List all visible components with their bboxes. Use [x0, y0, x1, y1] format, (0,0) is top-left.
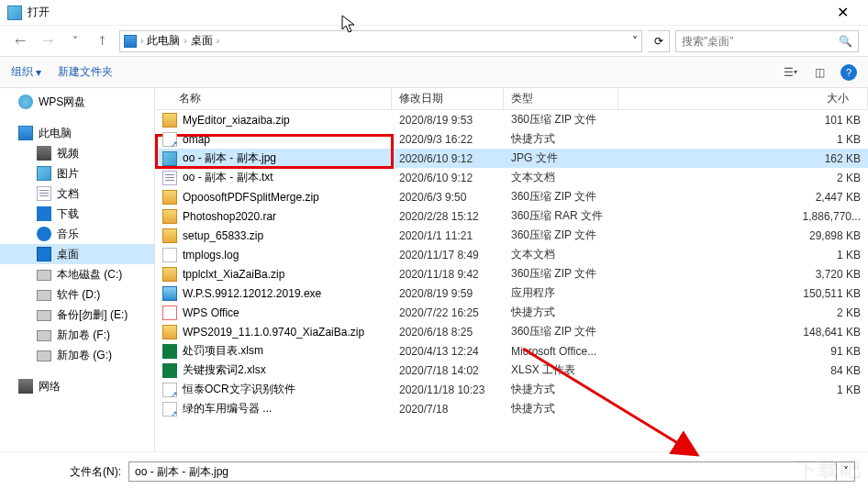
sidebar-item[interactable]: 软件 (D:) [0, 284, 154, 305]
col-size[interactable]: 大小 [618, 88, 868, 109]
file-row[interactable]: tpplclxt_XiaZaiBa.zip2020/11/18 9:42360压… [155, 264, 868, 283]
search-icon[interactable]: 🔍 [839, 35, 852, 48]
crumb-desktop[interactable]: 桌面 [191, 33, 213, 49]
sidebar-item-label: 图片 [57, 166, 79, 182]
file-date: 2020/7/18 14:02 [392, 364, 504, 377]
file-name: WPS Office [183, 306, 239, 319]
ic-img-icon [37, 166, 51, 181]
file-icon [162, 209, 177, 224]
sidebar-item[interactable]: 图片 [0, 163, 154, 183]
col-date[interactable]: 修改日期 [392, 88, 504, 109]
file-row[interactable]: 处罚项目表.xlsm2020/4/13 12:24Microsoft Offic… [155, 341, 868, 361]
ic-download-icon [37, 206, 51, 221]
sidebar-item[interactable]: WPS网盘 [0, 92, 154, 112]
chevron-right-icon: › [217, 36, 219, 46]
file-size: 1 KB [618, 383, 868, 396]
crumb-this-pc[interactable]: 此电脑 [147, 33, 180, 49]
file-type: 快捷方式 [504, 401, 618, 417]
ic-txt-icon [37, 186, 51, 201]
file-size: 1 KB [618, 249, 868, 261]
preview-pane-button[interactable]: ◫ [811, 64, 828, 81]
search-box[interactable]: 🔍 [675, 30, 859, 52]
file-row[interactable]: WPS2019_11.1.0.9740_XiaZaiBa.zip2020/6/1… [155, 322, 868, 341]
file-date: 2020/4/13 12:24 [392, 345, 504, 358]
file-type: 文本文档 [504, 170, 618, 185]
file-row[interactable]: 恒泰OCR文字识别软件2020/11/18 10:23快捷方式1 KB [155, 380, 868, 399]
sidebar-item-label: 音乐 [57, 227, 79, 242]
col-name[interactable]: 名称 [155, 88, 392, 109]
file-icon [162, 151, 177, 166]
ic-disk-icon [37, 290, 51, 301]
sidebar-item[interactable]: 本地磁盘 (C:) [0, 264, 154, 284]
sidebar-item[interactable]: 音乐 [0, 224, 154, 244]
file-type: 快捷方式 [504, 382, 618, 397]
sidebar-item-label: 新加卷 (G:) [57, 348, 112, 363]
search-input[interactable] [682, 35, 839, 48]
file-row[interactable]: WPS Office2020/7/22 16:25快捷方式2 KB [155, 303, 868, 322]
file-date: 2020/2/28 15:12 [392, 210, 504, 223]
file-type: Microsoft Office... [504, 345, 618, 358]
organize-menu[interactable]: 组织▾ [11, 64, 41, 80]
file-row[interactable]: 绿的车用编号器 ...2020/7/18快捷方式 [155, 399, 868, 418]
file-name: tmplogs.log [183, 249, 239, 261]
up-button[interactable]: 🡑 [92, 30, 114, 52]
file-row[interactable]: oo - 副本 - 副本.txt2020/6/10 9:12文本文档2 KB [155, 168, 868, 187]
file-row[interactable]: tmplogs.log2020/11/17 8:49文本文档1 KB [155, 245, 868, 264]
pc-icon [124, 35, 137, 48]
file-type: 360压缩 ZIP 文件 [504, 266, 618, 282]
ic-disk-icon [37, 330, 51, 341]
recent-dropdown[interactable]: ˅ [64, 30, 86, 52]
file-date: 2020/11/18 10:23 [392, 383, 504, 396]
file-date: 2020/11/17 8:49 [392, 249, 504, 261]
file-type: JPG 文件 [504, 150, 618, 166]
breadcrumb[interactable]: › 此电脑 › 桌面 › ˅ [119, 30, 642, 52]
sidebar-item[interactable]: 新加卷 (F:) [0, 325, 154, 345]
file-row[interactable]: OpoosoftPDFSplitMerge.zip2020/6/3 9:5036… [155, 187, 868, 206]
sidebar-item-label: 新加卷 (F:) [57, 328, 110, 343]
file-size: 2,447 KB [618, 191, 868, 204]
file-name: tpplclxt_XiaZaiBa.zip [183, 268, 284, 281]
sidebar-item[interactable]: 桌面 [0, 244, 154, 264]
close-button[interactable]: ✕ [824, 4, 861, 21]
sidebar-item-label: 此电脑 [39, 126, 72, 141]
col-type[interactable]: 类型 [504, 88, 618, 109]
sidebar-item[interactable]: 文档 [0, 183, 154, 204]
filename-input[interactable] [128, 461, 837, 482]
filename-label: 文件名(N): [13, 464, 121, 480]
ic-video-icon [37, 146, 51, 161]
file-date: 2020/6/3 9:50 [392, 191, 504, 204]
file-row[interactable]: oo - 副本 - 副本.jpg2020/6/10 9:12JPG 文件162 … [155, 149, 868, 168]
file-row[interactable]: omap2020/9/3 16:22快捷方式1 KB [155, 129, 868, 149]
sidebar-item[interactable]: 下载 [0, 204, 154, 224]
refresh-button[interactable]: ⟳ [648, 30, 670, 52]
file-row[interactable]: Photoshop2020.rar2020/2/28 15:12360压缩 RA… [155, 206, 868, 226]
help-button[interactable]: ? [840, 64, 857, 81]
filename-dropdown[interactable]: ˅ [837, 461, 855, 482]
file-size: 162 KB [618, 152, 868, 165]
file-row[interactable]: 关键搜索词2.xlsx2020/7/18 14:02XLSX 工作表84 KB [155, 361, 868, 380]
file-row[interactable]: setup_65833.zip2020/1/1 11:21360压缩 ZIP 文… [155, 226, 868, 245]
sidebar: WPS网盘此电脑视频图片文档下载音乐桌面本地磁盘 (C:)软件 (D:)备份[勿… [0, 88, 154, 451]
file-list[interactable]: MyEditor_xiazaiba.zip2020/8/19 9:53360压缩… [155, 110, 868, 451]
sidebar-item[interactable]: 此电脑 [0, 123, 154, 143]
file-size: 91 KB [618, 345, 868, 358]
sidebar-item-label: 文档 [57, 186, 79, 202]
sidebar-item[interactable]: 备份[勿删] (E:) [0, 305, 154, 325]
sidebar-item[interactable]: 网络 [0, 376, 154, 396]
file-row[interactable]: MyEditor_xiazaiba.zip2020/8/19 9:53360压缩… [155, 110, 868, 129]
file-icon [162, 325, 177, 339]
back-button[interactable]: 🡐 [9, 30, 31, 52]
sidebar-item[interactable]: 视频 [0, 143, 154, 163]
ic-desktop-icon [37, 247, 51, 261]
sidebar-item[interactable]: 新加卷 (G:) [0, 345, 154, 365]
view-options-button[interactable]: ☰▾ [782, 64, 798, 81]
file-icon [162, 248, 177, 262]
file-date: 2020/6/10 9:12 [392, 172, 504, 184]
forward-button[interactable]: 🡒 [37, 30, 59, 52]
file-type: 快捷方式 [504, 305, 618, 320]
new-folder-button[interactable]: 新建文件夹 [58, 64, 113, 80]
breadcrumb-dropdown-icon[interactable]: ˅ [632, 35, 638, 48]
file-row[interactable]: W.P.S.9912.12012.2019.exe2020/8/19 9:59应… [155, 283, 868, 303]
sidebar-item-label: WPS网盘 [39, 94, 85, 110]
file-date: 2020/7/18 [392, 403, 504, 416]
